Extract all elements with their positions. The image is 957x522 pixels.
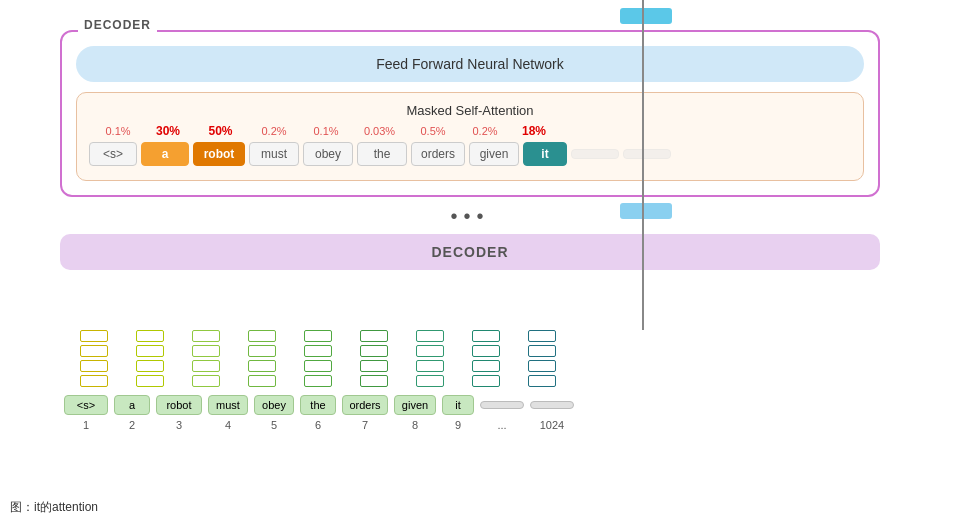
highlight-box-top	[620, 8, 672, 24]
dots-section: •••	[60, 197, 880, 234]
token-label-a: a	[114, 395, 150, 415]
caption: 图：it的attention	[10, 499, 98, 516]
block-cell	[248, 360, 276, 372]
pct-7: 0.2%	[459, 125, 511, 137]
decoder-outer-box: DECODER Feed Forward Neural Network Mask…	[60, 30, 880, 197]
block-cell	[192, 360, 220, 372]
token-obey: obey	[303, 142, 353, 166]
bottom-section: <s> a robot must obey the orders given i…	[60, 330, 880, 431]
token-label-must: must	[208, 395, 248, 415]
block-cell	[528, 360, 556, 372]
block-cell	[80, 330, 108, 342]
block-cell	[304, 330, 332, 342]
block-cell	[304, 360, 332, 372]
block-cell	[80, 375, 108, 387]
token-orders: orders	[411, 142, 465, 166]
block-stack-it	[528, 330, 556, 387]
token-label-robot: robot	[156, 395, 202, 415]
token-row: <s> a robot must obey the orders given i…	[89, 142, 851, 166]
pct-6: 0.5%	[407, 125, 459, 137]
num-1024: 1024	[530, 419, 574, 431]
block-cell	[360, 330, 388, 342]
block-cell	[248, 345, 276, 357]
token-given: given	[469, 142, 519, 166]
block-cell	[472, 345, 500, 357]
block-cell	[136, 360, 164, 372]
main-container: DECODER Feed Forward Neural Network Mask…	[60, 30, 880, 270]
block-cell	[528, 345, 556, 357]
block-cell	[528, 330, 556, 342]
decoder-inner-label: DECODER	[431, 244, 508, 260]
num-3: 3	[156, 419, 202, 431]
block-cell	[192, 375, 220, 387]
pct-5: 0.03%	[352, 125, 407, 137]
block-cell	[360, 345, 388, 357]
attention-percentages: 0.1% 30% 50% 0.2% 0.1% 0.03% 0.5% 0.2% 1…	[89, 124, 851, 138]
token-labels-row: <s> a robot must obey the orders given i…	[60, 395, 880, 415]
token-label-empty2	[530, 401, 574, 409]
pct-2: 50%	[193, 124, 248, 138]
num-8: 8	[394, 419, 436, 431]
block-cell	[472, 375, 500, 387]
token-the: the	[357, 142, 407, 166]
block-cell	[304, 345, 332, 357]
num-2: 2	[114, 419, 150, 431]
block-cell	[136, 345, 164, 357]
num-9: 9	[442, 419, 474, 431]
block-cell	[248, 330, 276, 342]
block-cell	[136, 375, 164, 387]
token-label-the: the	[300, 395, 336, 415]
block-stack-obey	[304, 330, 332, 387]
block-stack-a	[136, 330, 164, 387]
block-cell	[416, 375, 444, 387]
num-4: 4	[208, 419, 248, 431]
block-cell	[416, 360, 444, 372]
block-cell	[528, 375, 556, 387]
pct-3: 0.2%	[248, 125, 300, 137]
num-7: 7	[342, 419, 388, 431]
pct-1: 30%	[143, 124, 193, 138]
blocks-row	[60, 330, 880, 387]
msa-title: Masked Self-Attention	[89, 103, 851, 118]
decoder-inner-box: DECODER	[60, 234, 880, 270]
token-a: a	[141, 142, 189, 166]
block-stack-s	[80, 330, 108, 387]
token-label-it: it	[442, 395, 474, 415]
block-cell	[192, 345, 220, 357]
block-cell	[472, 330, 500, 342]
block-cell	[416, 345, 444, 357]
highlight-box-mid	[620, 203, 672, 219]
block-cell	[360, 375, 388, 387]
token-label-empty1	[480, 401, 524, 409]
block-cell	[80, 360, 108, 372]
block-cell	[248, 375, 276, 387]
block-cell	[192, 330, 220, 342]
token-label-s: <s>	[64, 395, 108, 415]
token-robot: robot	[193, 142, 245, 166]
num-1: 1	[64, 419, 108, 431]
block-cell	[416, 330, 444, 342]
block-stack-given	[472, 330, 500, 387]
block-cell	[472, 360, 500, 372]
token-empty1	[571, 149, 619, 159]
dots: •••	[60, 205, 880, 228]
block-cell	[136, 330, 164, 342]
decoder-outer-label: DECODER	[78, 18, 157, 32]
block-stack-must	[248, 330, 276, 387]
block-stack-orders	[416, 330, 444, 387]
block-cell	[360, 360, 388, 372]
num-6: 6	[300, 419, 336, 431]
num-5: 5	[254, 419, 294, 431]
token-label-given: given	[394, 395, 436, 415]
vertical-line	[642, 0, 644, 330]
token-s: <s>	[89, 142, 137, 166]
token-label-obey: obey	[254, 395, 294, 415]
ffnn-label: Feed Forward Neural Network	[376, 56, 564, 72]
token-label-orders: orders	[342, 395, 388, 415]
token-empty2	[623, 149, 671, 159]
pct-0: 0.1%	[93, 125, 143, 137]
ffnn-box: Feed Forward Neural Network	[76, 46, 864, 82]
block-stack-robot	[192, 330, 220, 387]
number-row: 1 2 3 4 5 6 7 8 9 ... 1024	[60, 419, 880, 431]
token-it: it	[523, 142, 567, 166]
